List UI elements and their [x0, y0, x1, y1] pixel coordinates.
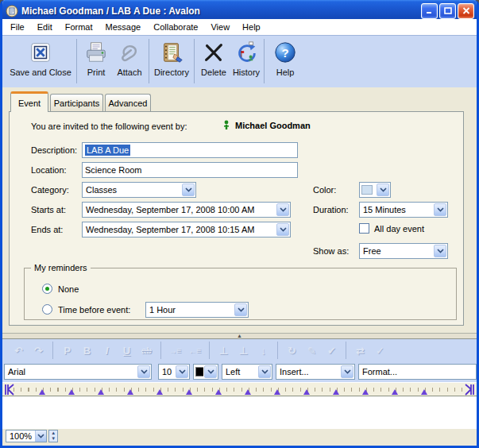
insert-below-icon[interactable]: ↓: [253, 342, 273, 359]
indent-decrease-icon[interactable]: ←≡: [185, 342, 205, 359]
toolbar-separator: [346, 342, 346, 359]
all-day-label: All day event: [374, 224, 424, 234]
ruler-tab-stop-marker[interactable]: [156, 389, 163, 395]
alignment-dropdown[interactable]: Left: [222, 364, 272, 380]
directory-button[interactable]: Directory: [150, 38, 193, 86]
spinner-up-icon[interactable]: ▲: [49, 431, 57, 436]
toolbar-separator: [76, 39, 77, 83]
italic-icon[interactable]: I: [97, 342, 117, 359]
tab-label: Event: [18, 98, 41, 108]
menu-collaborate[interactable]: Collaborate: [147, 21, 204, 33]
starts-at-dropdown[interactable]: Wednesday, September 17, 2008 10:00 AM: [82, 202, 291, 218]
tab-advanced[interactable]: Advanced: [105, 94, 151, 111]
indent-increase-icon[interactable]: →≡: [165, 342, 185, 359]
zoom-spinner[interactable]: ▲ ▼: [48, 430, 58, 442]
revert-icon[interactable]: ↻: [282, 342, 302, 359]
pane-splitter[interactable]: ▲: [2, 333, 477, 339]
ruler-tab-stop-marker[interactable]: [392, 389, 398, 395]
directory-icon: [159, 40, 184, 65]
color-label: Color:: [313, 185, 336, 195]
menu-view[interactable]: View: [204, 21, 236, 33]
font-size-value: 10: [159, 367, 175, 377]
duration-dropdown[interactable]: 15 Minutes: [359, 202, 448, 218]
ruler-tab-stop-marker[interactable]: [215, 389, 222, 395]
ruler-tab-stop-marker[interactable]: [245, 389, 251, 395]
spinner-down-icon[interactable]: ▼: [49, 436, 57, 442]
all-day-checkbox[interactable]: [359, 223, 369, 234]
ruler-tab-stop-marker[interactable]: [274, 389, 280, 395]
ends-at-dropdown[interactable]: Wednesday, September 17, 2008 10:15 AM: [82, 222, 291, 238]
menu-file[interactable]: File: [4, 21, 31, 33]
tab-participants[interactable]: Participants: [50, 94, 103, 111]
tab-stop-icon[interactable]: ⊥: [214, 342, 234, 359]
save-and-close-button[interactable]: Save and Close: [6, 38, 75, 86]
category-dropdown[interactable]: Classes: [82, 182, 196, 198]
chevron-down-icon: [137, 365, 150, 378]
menu-format[interactable]: Format: [59, 21, 99, 33]
ruler-tab-stop-marker[interactable]: [333, 389, 339, 395]
show-as-dropdown[interactable]: Free: [359, 243, 448, 259]
ruler-tab-stop-marker[interactable]: [186, 389, 192, 395]
zoom-control[interactable]: 100%: [6, 430, 47, 442]
ruler-tab-stop-marker[interactable]: [303, 389, 310, 395]
redo-icon[interactable]: ↷: [29, 342, 48, 359]
description-input[interactable]: LAB A Due: [82, 142, 298, 158]
reminder-none-label: None: [58, 284, 79, 294]
tab-event[interactable]: Event: [10, 91, 48, 112]
description-label: Description:: [31, 145, 77, 155]
reminder-time-dropdown[interactable]: 1 Hour: [145, 302, 249, 318]
strikethrough-icon[interactable]: ab: [137, 342, 156, 359]
minimize-button[interactable]: [421, 3, 438, 19]
menu-edit[interactable]: Edit: [31, 21, 59, 33]
insert-value: Insert...: [276, 367, 340, 377]
ruler-tab-stop-marker[interactable]: [127, 389, 133, 395]
ruler-tab-stop-marker[interactable]: [421, 389, 427, 395]
ruler-tab-stop-marker[interactable]: [39, 389, 45, 395]
approve-icon[interactable]: ✔: [322, 342, 342, 359]
color-dropdown[interactable]: [359, 182, 391, 198]
location-input[interactable]: Science Room: [82, 162, 298, 178]
font-family-dropdown[interactable]: Arial: [4, 364, 152, 380]
format-dropdown[interactable]: Format...: [358, 364, 477, 380]
menu-help[interactable]: Help: [236, 21, 267, 33]
bold-icon[interactable]: B: [77, 342, 97, 359]
toolbar-button-label: Help: [276, 68, 295, 77]
ruler-tab-stop-marker[interactable]: [68, 389, 75, 395]
reminder-time-radio[interactable]: [42, 304, 52, 315]
toolbar-separator: [160, 342, 161, 359]
ruler-right-margin-marker[interactable]: [464, 384, 475, 396]
insert-dropdown[interactable]: Insert...: [276, 364, 355, 380]
chevron-down-icon: [204, 365, 217, 378]
toolbar-button-label: Directory: [154, 68, 189, 77]
underline-icon[interactable]: U: [117, 342, 137, 359]
paragraph-icon[interactable]: P: [57, 342, 77, 359]
delete-button[interactable]: Delete: [197, 38, 230, 86]
print-button[interactable]: Print: [80, 38, 112, 86]
print-icon: [83, 40, 109, 65]
ruler-tab-stop-marker[interactable]: [98, 389, 104, 395]
show-as-label: Show as:: [313, 246, 349, 256]
margin-stop-icon[interactable]: ⊥: [234, 342, 253, 359]
close-button[interactable]: [458, 3, 474, 19]
format-value: Format...: [359, 367, 476, 377]
chevron-down-icon: [276, 203, 289, 216]
attach-icon: [117, 40, 142, 65]
reminder-none-radio[interactable]: [42, 284, 52, 294]
maximize-button[interactable]: [439, 3, 456, 19]
font-size-dropdown[interactable]: 10: [158, 364, 190, 380]
history-button[interactable]: History: [230, 38, 262, 86]
signature-icon[interactable]: ✎: [302, 342, 322, 359]
zoom-level: 100%: [6, 431, 35, 441]
application-window: Michael Goodman / LAB A Due : Avalon Fil…: [0, 0, 479, 448]
spell-check-icon[interactable]: ✓: [370, 342, 390, 359]
help-button[interactable]: ? Help: [271, 38, 299, 86]
ruler-left-margin-marker[interactable]: [4, 384, 15, 396]
undo-icon[interactable]: ↶: [9, 342, 29, 359]
find-replace-icon[interactable]: ⇄: [350, 342, 370, 359]
menu-message[interactable]: Message: [99, 21, 148, 33]
color-swatch: [360, 183, 376, 196]
message-body-editor[interactable]: [2, 396, 477, 428]
ruler-tab-stop-marker[interactable]: [362, 389, 369, 395]
text-color-dropdown[interactable]: [193, 364, 218, 380]
attach-button[interactable]: Attach: [112, 38, 147, 86]
